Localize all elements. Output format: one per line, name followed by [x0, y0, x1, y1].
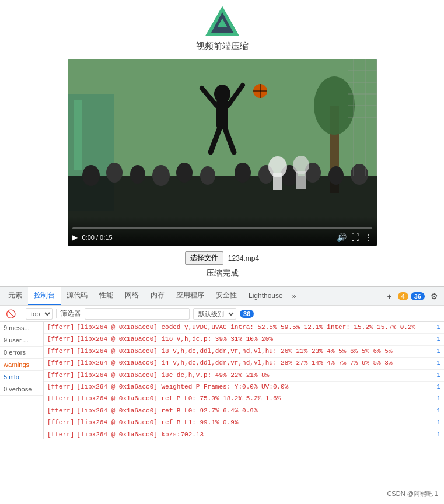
svg-rect-41 [296, 172, 306, 189]
log-entry: [fferr] [libx264 @ 0x1a6acc0] coded y,uv… [44, 322, 444, 334]
svg-rect-5 [74, 100, 82, 170]
file-select-button[interactable]: 选择文件 [185, 251, 223, 265]
page-title: 视频前端压缩 [196, 41, 249, 52]
log-text: [libx264 @ 0x1a6acc0] coded y,uvDC,uvAC … [76, 323, 415, 332]
svg-point-10 [106, 163, 123, 183]
log-text: [libx264 @ 0x1a6acc0] ref B L1: 99.1% 0.… [76, 418, 238, 427]
log-prefix: [fferr] [47, 430, 74, 439]
time-display: 0:00 / 0:15 [82, 234, 113, 241]
log-link[interactable]: 1 [436, 335, 440, 344]
log-prefix: [fferr] [47, 394, 74, 403]
tab-network[interactable]: 网络 [119, 287, 145, 305]
sidebar-item-messages[interactable]: 9 mess... [0, 322, 43, 334]
sidebar-item-warnings[interactable]: warnings [0, 359, 43, 371]
svg-point-22 [214, 85, 230, 103]
video-controls: ▶ 0:00 / 0:15 🔊 ⛶ ⋮ [68, 216, 377, 246]
log-link[interactable]: 1 [436, 394, 440, 403]
log-entry: [fferr] [libx264 @ 0x1a6acc0] ref B L1: … [44, 417, 444, 429]
svg-point-19 [328, 166, 344, 185]
tab-memory[interactable]: 内存 [145, 287, 170, 305]
play-button[interactable]: ▶ [72, 233, 78, 242]
log-link[interactable]: 1 [436, 418, 440, 427]
filter-label: 筛选器 [60, 309, 81, 318]
level-select[interactable]: 默认级别 [193, 308, 236, 320]
more-options-icon[interactable]: ⋮ [364, 233, 372, 242]
console-body: 9 mess... 9 user ... 0 errors warnings 5… [0, 322, 444, 439]
tab-application[interactable]: 应用程序 [170, 287, 210, 305]
toolbar-divider [22, 309, 22, 318]
volume-icon[interactable]: 🔊 [337, 233, 347, 242]
svg-point-9 [82, 165, 100, 186]
log-link[interactable]: 1 [436, 371, 440, 380]
video-player[interactable]: ▶ 0:00 / 0:15 🔊 ⛶ ⋮ [68, 59, 377, 246]
tab-console[interactable]: 控制台 [28, 287, 61, 305]
log-prefix: [fferr] [47, 323, 74, 332]
log-prefix: [fferr] [47, 347, 74, 356]
info-badge: 36 [411, 292, 425, 300]
log-link[interactable]: 1 [436, 347, 440, 356]
tab-security[interactable]: 安全性 [210, 287, 243, 305]
devtools-tabs-bar: 元素 控制台 源代码 性能 网络 内存 应用程序 安全性 Lighthouse … [0, 287, 444, 306]
sidebar-item-errors[interactable]: 0 errors [0, 346, 43, 359]
vue-logo [205, 6, 240, 36]
svg-point-13 [176, 163, 193, 183]
warning-badge: 4 [398, 292, 408, 300]
sidebar-item-verbose[interactable]: 0 verbose [0, 383, 43, 396]
sidebar-item-user[interactable]: 9 user ... [0, 334, 43, 346]
log-text: [libx264 @ 0x1a6acc0] i8 v,h,dc,ddl,ddr,… [76, 347, 392, 356]
tab-performance[interactable]: 性能 [93, 287, 119, 305]
log-entry: [fferr] [libx264 @ 0x1a6acc0] ref B L0: … [44, 405, 444, 417]
log-prefix: [fferr] [47, 371, 74, 380]
svg-point-12 [152, 165, 170, 186]
log-prefix: [fferr] [47, 359, 74, 368]
svg-point-15 [235, 163, 251, 183]
console-sidebar: 9 mess... 9 user ... 0 errors warnings 5… [0, 322, 44, 439]
log-entry: [fferr] [libx264 @ 0x1a6acc0] i16 v,h,dc… [44, 334, 444, 345]
top-level-select[interactable]: top [26, 308, 53, 320]
log-text: [libx264 @ 0x1a6acc0] Weighted P-Frames:… [76, 383, 288, 391]
tab-lighthouse[interactable]: Lighthouse [243, 288, 289, 304]
log-entry: [fferr] [libx264 @ 0x1a6acc0] i8 v,h,dc,… [44, 346, 444, 358]
fullscreen-icon[interactable]: ⛶ [351, 233, 359, 242]
tab-sources[interactable]: 源代码 [61, 287, 93, 305]
log-text: [libx264 @ 0x1a6acc0] kb/s:702.13 [76, 430, 204, 439]
log-prefix: [fferr] [47, 383, 74, 391]
clear-console-button[interactable]: 🚫 [4, 309, 18, 318]
log-prefix: [fferr] [47, 407, 74, 415]
log-link[interactable]: 1 [436, 430, 440, 439]
log-text: [libx264 @ 0x1a6acc0] i4 v,h,dc,ddl,ddr,… [76, 359, 392, 368]
log-entry: [fferr] [libx264 @ 0x1a6acc0] ref P L0: … [44, 393, 444, 405]
log-entry: [fferr] [libx264 @ 0x1a6acc0] kb/s:702.1… [44, 429, 444, 439]
log-prefix: [fferr] [47, 418, 74, 427]
toolbar-divider-2 [56, 309, 57, 318]
log-link[interactable]: 1 [436, 359, 440, 368]
top-section: 视频前端压缩 [0, 0, 444, 286]
tab-elements[interactable]: 元素 [2, 287, 28, 305]
file-name: 1234.mp4 [228, 254, 259, 262]
devtools-panel: 元素 控制台 源代码 性能 网络 内存 应用程序 安全性 Lighthouse … [0, 286, 444, 439]
log-prefix: [fferr] [47, 335, 74, 344]
log-link[interactable]: 1 [436, 383, 440, 391]
sidebar-item-info[interactable]: 5 info [0, 371, 43, 383]
console-log-area[interactable]: [fferr] [libx264 @ 0x1a6acc0] coded y,uv… [44, 322, 444, 439]
svg-point-14 [200, 166, 215, 185]
log-text: [libx264 @ 0x1a6acc0] i8c dc,h,v,p: 49% … [76, 371, 269, 380]
svg-rect-40 [273, 173, 282, 190]
log-text: [libx264 @ 0x1a6acc0] ref P L0: 75.0% 18… [76, 394, 281, 403]
message-count-badge: 36 [240, 310, 254, 318]
file-area: 选择文件 1234.mp4 [185, 251, 259, 265]
log-link[interactable]: 1 [436, 323, 440, 332]
compress-status: 压缩完成 [206, 268, 239, 279]
console-toolbar: 🚫 top 筛选器 默认级别 36 [0, 306, 444, 322]
log-entry: [fferr] [libx264 @ 0x1a6acc0] i8c dc,h,v… [44, 370, 444, 382]
log-entry: [fferr] [libx264 @ 0x1a6acc0] i4 v,h,dc,… [44, 358, 444, 369]
svg-point-11 [130, 165, 145, 184]
log-link[interactable]: 1 [436, 407, 440, 415]
add-tab-button[interactable]: + [383, 290, 395, 302]
log-text: [libx264 @ 0x1a6acc0] ref B L0: 92.7% 6.… [76, 407, 257, 415]
filter-input[interactable] [85, 308, 190, 320]
log-text: [libx264 @ 0x1a6acc0] i16 v,h,dc,p: 39% … [76, 335, 273, 344]
progress-bar[interactable] [72, 228, 372, 229]
more-tabs-button[interactable]: » [289, 290, 300, 303]
devtools-settings-button[interactable]: ⚙ [427, 290, 442, 302]
